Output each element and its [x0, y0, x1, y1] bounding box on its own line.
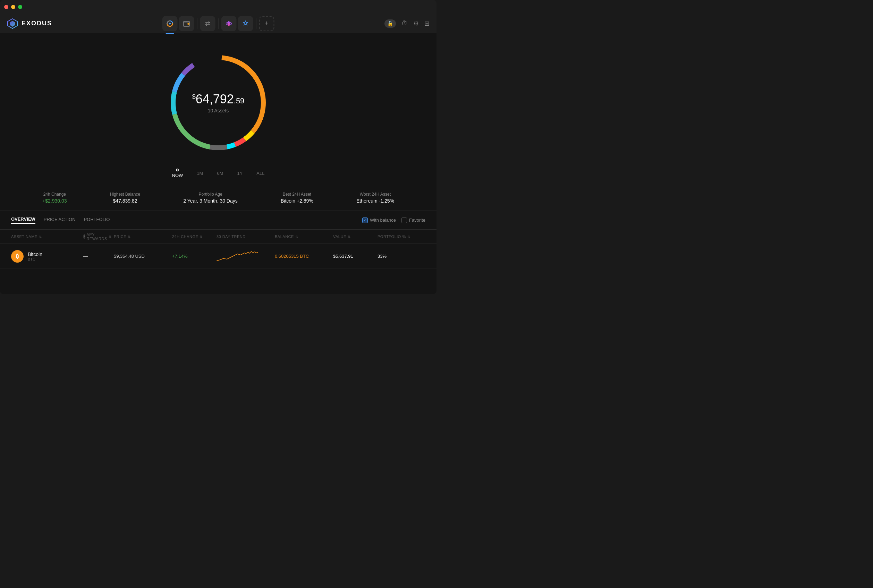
asset-info-btc: Bitcoin BTC — [28, 252, 42, 261]
tab-price-action[interactable]: PRICE ACTION — [44, 217, 76, 224]
btc-change: +7.14% — [172, 254, 214, 259]
stat-worst-value: Ethereum -1,25% — [356, 198, 394, 204]
asset-cell-btc: ₿ Bitcoin BTC — [11, 250, 81, 262]
stats-row: 24h Change +$2,930.03 Highest Balance $4… — [0, 185, 436, 211]
maximize-button[interactable] — [18, 5, 22, 9]
th-portfolio-label: PORTFOLIO % — [378, 234, 406, 238]
with-balance-label: With balance — [370, 218, 396, 223]
timeline-1y[interactable]: 1Y — [237, 171, 243, 176]
btc-balance: 0.60205315 BTC — [275, 254, 330, 259]
timeline-all[interactable]: ALL — [256, 171, 264, 176]
timeline-1m[interactable]: 1M — [197, 171, 203, 176]
btc-trend-chart — [216, 249, 272, 264]
portfolio-donut-chart: $64,792.59 10 Assets — [159, 44, 277, 162]
nav-divider-2 — [218, 18, 219, 29]
nav-apps-button[interactable] — [221, 16, 237, 31]
stat-best-label: Best 24H Asset — [281, 192, 314, 197]
stat-24h-change: 24h Change +$2,930.03 — [42, 192, 67, 204]
th-balance-label: BALANCE — [275, 234, 294, 238]
with-balance-checkbox[interactable]: ✓ — [362, 218, 368, 223]
btc-price: $9,364.48 USD — [114, 254, 170, 259]
portfolio-assets-count: 10 Assets — [192, 108, 244, 113]
th-balance[interactable]: BALANCE ⇅ — [275, 232, 330, 241]
th-price-label: PRICE — [114, 234, 126, 238]
btc-icon: ₿ — [11, 250, 24, 262]
tabs-section: OVERVIEW PRICE ACTION PORTFOLIO ✓ With b… — [0, 211, 436, 230]
filter-favorite[interactable]: Favorite — [402, 218, 425, 223]
nav-exchange-button[interactable] — [200, 16, 216, 31]
stat-highest-label: Highest Balance — [110, 192, 140, 197]
sort-balance-icon: ⇅ — [295, 235, 298, 238]
asset-ticker-btc: BTC — [28, 257, 42, 261]
nav-center: + — [162, 16, 274, 31]
svg-marker-1 — [10, 21, 15, 27]
timeline-label-now: NOW — [172, 173, 183, 178]
stat-24h-value: +$2,930.03 — [42, 198, 67, 204]
stat-highest-value: $47,839.82 — [110, 198, 140, 204]
nav-portfolio-button[interactable] — [162, 16, 178, 31]
sort-price-icon: ⇅ — [128, 235, 131, 238]
stat-worst-asset: Worst 24H Asset Ethereum -1,25% — [356, 192, 394, 204]
nav-divider-3 — [256, 18, 256, 29]
svg-point-3 — [169, 22, 171, 24]
table-row[interactable]: ₿ Bitcoin BTC — $9,364.48 USD +7.14% 0.6… — [0, 244, 436, 269]
th-24h-change[interactable]: 24H CHANGE ⇅ — [172, 232, 214, 241]
portfolio-section: $64,792.59 10 Assets NOW 1M 6M 1Y ALL — [0, 33, 436, 269]
timeline: NOW 1M 6M 1Y ALL — [172, 169, 265, 178]
th-asset-name[interactable]: ASSET NAME ⇅ — [11, 232, 81, 241]
sort-value-icon: ⇅ — [348, 235, 351, 238]
th-trend-label: 30 DAY TREND — [216, 234, 246, 238]
grid-icon[interactable]: ⊞ — [424, 20, 429, 27]
lock-icon: 🔓 — [387, 21, 393, 26]
asset-name-btc: Bitcoin — [28, 252, 42, 257]
portfolio-decimal: .59 — [234, 96, 244, 105]
exodus-logo-icon — [7, 18, 18, 29]
apy-help-icon: ? — [83, 234, 86, 239]
titlebar — [0, 0, 436, 14]
timeline-6m[interactable]: 6M — [217, 171, 223, 176]
favorite-label: Favorite — [409, 218, 425, 223]
stat-best-asset: Best 24H Asset Bitcoin +2.89% — [281, 192, 314, 204]
main-content: $64,792.59 10 Assets NOW 1M 6M 1Y ALL — [0, 33, 436, 294]
nav-wallet-button[interactable] — [179, 16, 194, 31]
lock-toggle[interactable]: 🔓 — [384, 20, 396, 28]
minimize-button[interactable] — [11, 5, 15, 9]
nav-earn-button[interactable] — [238, 16, 253, 31]
sort-apy-icon: ⇅ — [109, 235, 112, 238]
close-button[interactable] — [4, 5, 8, 9]
filter-with-balance[interactable]: ✓ With balance — [362, 218, 396, 223]
table-header: ASSET NAME ⇅ ? APY REWARDS ⇅ PRICE ⇅ 24H… — [0, 230, 436, 244]
timeline-now[interactable]: NOW — [172, 169, 183, 178]
stat-age-label: Portfolio Age — [183, 192, 237, 197]
timeline-label-6m: 6M — [217, 171, 223, 176]
history-icon[interactable]: ⏱ — [402, 20, 408, 27]
th-30day-trend: 30 DAY TREND — [216, 232, 272, 241]
btc-apy: — — [83, 254, 111, 259]
portfolio-amount: $64,792.59 — [192, 92, 244, 106]
th-24h-label: 24H CHANGE — [172, 234, 198, 238]
th-apy[interactable]: ? APY REWARDS ⇅ — [83, 232, 111, 241]
th-value[interactable]: VALUE ⇅ — [333, 232, 375, 241]
stat-highest-balance: Highest Balance $47,839.82 — [110, 192, 140, 204]
portfolio-main-amount: 64,792 — [196, 92, 234, 106]
th-value-label: VALUE — [333, 234, 346, 238]
settings-icon[interactable]: ⚙ — [413, 20, 419, 27]
btc-icon-symbol: ₿ — [16, 253, 19, 260]
tab-portfolio[interactable]: PORTFOLIO — [84, 217, 110, 224]
sort-24h-icon: ⇅ — [200, 235, 202, 238]
currency-symbol: $ — [192, 93, 196, 100]
th-asset-name-label: ASSET NAME — [11, 234, 38, 238]
sort-asset-name-icon: ⇅ — [39, 235, 42, 238]
header: EXODUS — [0, 14, 436, 33]
th-portfolio-pct[interactable]: PORTFOLIO % ⇅ — [378, 232, 412, 241]
sort-portfolio-icon: ⇅ — [407, 235, 411, 238]
nav-right: 🔓 ⏱ ⚙ ⊞ — [384, 20, 429, 28]
stat-worst-label: Worst 24H Asset — [356, 192, 394, 197]
tabs-filters: ✓ With balance Favorite — [362, 218, 425, 223]
favorite-checkbox[interactable] — [402, 218, 407, 223]
nav-add-button[interactable]: + — [259, 16, 274, 31]
th-price[interactable]: PRICE ⇅ — [114, 232, 170, 241]
tab-overview[interactable]: OVERVIEW — [11, 216, 35, 224]
timeline-label-1m: 1M — [197, 171, 203, 176]
timeline-dot-now — [176, 169, 179, 171]
